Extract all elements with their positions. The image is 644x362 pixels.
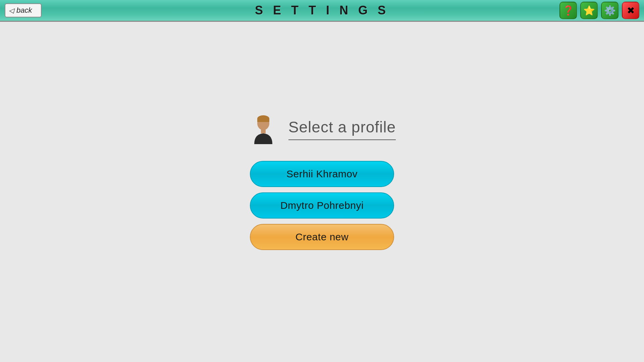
profile-button-dmytro[interactable]: Dmytro Pohrebnyi — [250, 192, 394, 219]
page-title: S E T T I N G S — [255, 3, 389, 17]
back-label: back — [16, 6, 32, 15]
star-button[interactable]: ⭐ — [580, 2, 598, 19]
back-button[interactable]: ◁ back — [5, 3, 42, 17]
profile-label-dmytro: Dmytro Pohrebnyi — [280, 200, 364, 211]
select-profile-text: Select a profile — [288, 118, 396, 136]
svg-rect-3 — [261, 129, 266, 133]
profile-section: Select a profile Serhii Khramov Dmytro P… — [248, 114, 396, 250]
close-icon: ✖ — [627, 5, 635, 16]
profile-header: Select a profile — [248, 114, 396, 144]
svg-rect-2 — [257, 119, 269, 122]
avatar-svg — [248, 114, 278, 144]
help-button[interactable]: ❓ — [559, 2, 577, 19]
select-profile-label: Select a profile — [288, 118, 396, 140]
main-content: Select a profile Serhii Khramov Dmytro P… — [0, 22, 644, 362]
settings-button[interactable]: ⚙️ — [601, 2, 619, 19]
select-profile-underline — [288, 139, 396, 140]
profile-label-serhii: Serhii Khramov — [286, 168, 358, 180]
profile-buttons: Serhii Khramov Dmytro Pohrebnyi Create n… — [250, 161, 394, 250]
star-icon: ⭐ — [583, 5, 595, 16]
toolbar: ❓ ⭐ ⚙️ ✖ — [559, 2, 639, 19]
header: ◁ back S E T T I N G S ❓ ⭐ ⚙️ ✖ — [0, 0, 644, 22]
back-arrow-icon: ◁ — [9, 6, 14, 14]
avatar — [248, 114, 278, 144]
create-new-label: Create new — [296, 231, 348, 243]
help-icon: ❓ — [562, 5, 574, 16]
profile-button-serhii[interactable]: Serhii Khramov — [250, 161, 394, 187]
create-new-button[interactable]: Create new — [250, 224, 394, 250]
settings-icon: ⚙️ — [604, 5, 616, 16]
close-button[interactable]: ✖ — [622, 2, 639, 19]
